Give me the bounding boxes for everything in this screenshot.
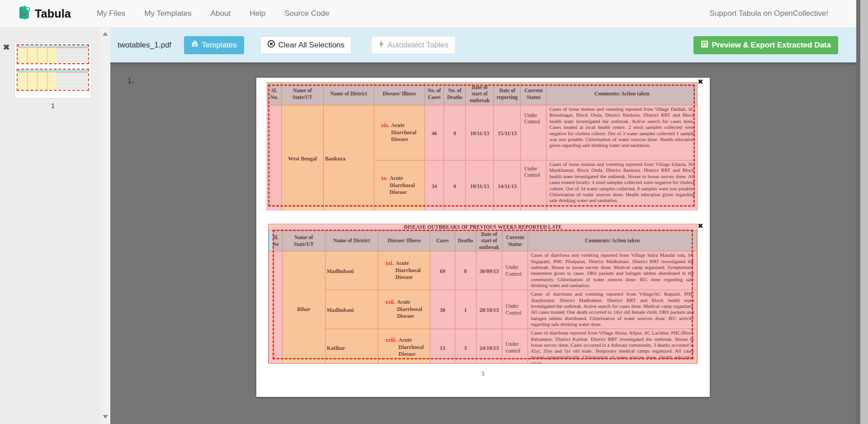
scroll-down-arrow-icon[interactable] xyxy=(103,415,108,419)
tabula-logo-icon xyxy=(18,5,31,22)
nav-link-my-files[interactable]: My Files xyxy=(87,9,135,18)
preview-export-button[interactable]: Preview & Export Extracted Data xyxy=(693,36,838,54)
pdf-page-number: 5 xyxy=(256,371,710,377)
window-scrollbar-thumb[interactable] xyxy=(856,0,860,424)
selection-2-close-icon[interactable]: ✖ xyxy=(698,223,703,230)
brand[interactable]: Tabula xyxy=(18,5,71,22)
window-scrollbar[interactable] xyxy=(856,0,868,424)
nav-link-help[interactable]: Help xyxy=(240,9,275,18)
templates-button[interactable]: Templates xyxy=(184,36,244,54)
autodetect-tables-button[interactable]: Autodetect Tables xyxy=(371,36,456,54)
nav-link-my-templates[interactable]: My Templates xyxy=(135,9,201,18)
document-area: 1. Sl. No. Name of State/UT Name of xyxy=(110,62,856,424)
tabula-app: Tabula My Files My Templates About Help … xyxy=(0,0,868,424)
sidebar-scrollbar[interactable] xyxy=(100,28,110,424)
page-marker: 1. xyxy=(127,77,133,85)
nav-link-source-code[interactable]: Source Code xyxy=(275,9,339,18)
lightning-icon xyxy=(378,40,384,50)
autodetect-button-label: Autodetect Tables xyxy=(387,41,448,50)
clear-all-selections-button[interactable]: Clear All Selections xyxy=(260,36,352,54)
mini-table-text xyxy=(57,48,88,63)
open-filename: twotables_1.pdf xyxy=(118,41,171,50)
mini-table-cells xyxy=(18,48,57,63)
nav-links: My Files My Templates About Help Source … xyxy=(87,9,339,18)
thumbnail-selection-1 xyxy=(17,44,89,64)
page-thumbnail[interactable] xyxy=(14,42,91,99)
main-area: twotables_1.pdf Templates xyxy=(110,28,856,424)
delete-page-icon[interactable]: ✖ xyxy=(3,43,10,52)
selection-1-close-icon[interactable]: ✖ xyxy=(698,79,703,85)
pdf-page[interactable]: Sl. No. Name of State/UT Name of Distric… xyxy=(256,78,710,397)
thumbnail-page-number: 1 xyxy=(14,102,91,109)
support-opencollective-link[interactable]: Support Tabula on OpenCollective! xyxy=(710,9,828,18)
mini-table-2 xyxy=(18,70,88,90)
scroll-up-arrow-icon[interactable] xyxy=(103,32,108,36)
navbar: Tabula My Files My Templates About Help … xyxy=(0,0,868,28)
export-button-label: Preview & Export Extracted Data xyxy=(712,41,831,50)
brand-name: Tabula xyxy=(35,7,71,20)
thumbnail-sidebar: ✖ 1 xyxy=(0,28,100,424)
mini-table-cells xyxy=(18,72,57,90)
templates-button-label: Templates xyxy=(202,41,236,50)
mini-table-1 xyxy=(18,45,88,63)
thumbnail-selection-2 xyxy=(17,69,89,91)
clear-circle-x-icon xyxy=(267,40,275,50)
nav-link-about[interactable]: About xyxy=(201,9,240,18)
selection-rect-1[interactable] xyxy=(268,85,695,207)
selection-rect-2[interactable] xyxy=(273,230,693,359)
table-export-icon xyxy=(701,40,708,50)
mini-table-text xyxy=(57,72,88,90)
clear-button-label: Clear All Selections xyxy=(278,41,344,50)
toolbar: twotables_1.pdf Templates xyxy=(110,28,856,62)
templates-icon xyxy=(191,40,198,50)
